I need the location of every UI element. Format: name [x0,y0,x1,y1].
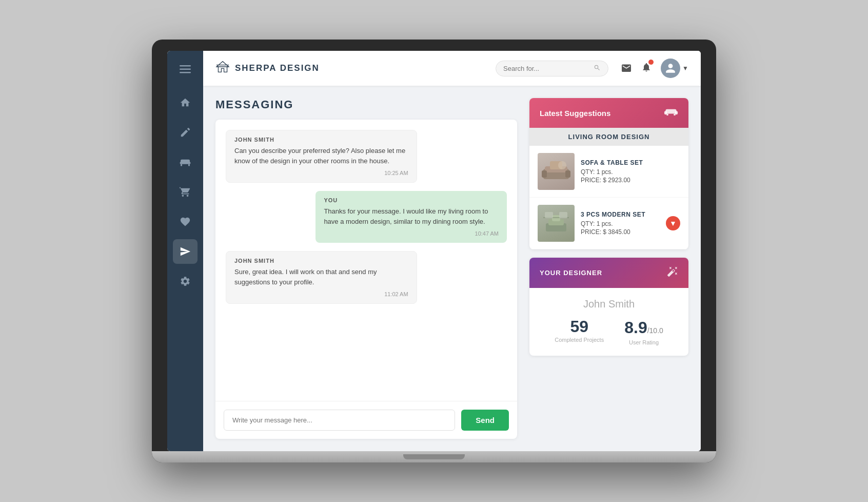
designer-stats: 59 Completed Projects 8.9/10.0 User Rati… [555,318,663,345]
suggestions-title: Latest Suggestions [540,109,610,118]
message-text-2: Thanks for your message. I would like my… [324,206,499,226]
message-time-2: 10:47 AM [324,230,499,237]
right-panel: Latest Suggestions [529,98,688,439]
designer-info: John Smith 59 Completed Projects 8.9/10.… [529,288,688,356]
svg-rect-4 [181,160,190,163]
app-header: SHERPA DESIGN [203,51,701,86]
stat-projects-number: 59 [570,318,588,335]
laptop-notch [403,454,465,459]
svg-rect-6 [188,164,190,166]
sidebar-item-settings[interactable] [173,269,198,294]
mail-button[interactable] [621,63,632,74]
message-bubble-3: JOHN SMITH Sure, great idea. I will work… [226,251,417,304]
laptop-base [152,451,716,462]
product-qty-1: QTY: 1 pcs. [581,168,680,176]
chat-input-area: Send [215,401,517,439]
product-price-1: PRICE: $ 2923.00 [581,177,680,184]
stat-rating-display: 8.9/10.0 [624,318,663,337]
message-text-1: Can you describe your preferred style? A… [234,146,408,166]
hamburger-menu-icon[interactable] [175,60,195,80]
logo-area: SHERPA DESIGN [215,61,496,76]
message-sender-2: YOU [324,197,499,203]
sidebar-item-cart[interactable] [173,180,198,204]
suggestions-header: Latest Suggestions [529,98,688,128]
svg-rect-26 [559,212,567,218]
expand-button-2[interactable]: ▼ [666,216,680,230]
message-input[interactable] [224,410,455,431]
product-info-1: SOFA & TABLE SET QTY: 1 pcs. PRICE: $ 29… [581,159,680,184]
sidebar [167,51,203,451]
svg-rect-10 [666,109,677,114]
message-bubble-2: YOU Thanks for your message. I would lik… [315,191,507,243]
search-icon [594,64,601,73]
sidebar-item-favorites[interactable] [173,209,198,234]
svg-rect-14 [674,113,676,115]
svg-rect-5 [181,164,182,166]
room-section-title: LIVING ROOM DESIGN [529,128,688,146]
sofa-icon [664,106,678,120]
header-actions: ▼ [621,59,688,78]
send-button[interactable]: Send [461,410,509,431]
stat-rating: 8.9/10.0 User Rating [624,318,663,345]
message-sender-1: JOHN SMITH [234,137,408,143]
messaging-area: MESSAGING JOHN SMITH Can you describe yo… [215,98,517,439]
message-time-1: 10:25 AM [234,170,408,176]
product-action-2: ▼ [666,216,680,230]
svg-rect-18 [565,170,570,178]
page-title: MESSAGING [215,98,517,111]
wand-icon [667,266,678,280]
designer-header: YOUR DESIGNER [529,258,688,288]
avatar [661,59,680,78]
chat-messages: JOHN SMITH Can you describe your preferr… [215,120,517,401]
svg-rect-1 [180,69,191,70]
product-name-1: SOFA & TABLE SET [581,159,680,166]
product-qty-2: QTY: 1 pcs. [581,220,660,227]
laptop-screen: SHERPA DESIGN [167,51,701,451]
suggestions-panel: Latest Suggestions [529,98,688,249]
message-time-3: 11:02 AM [234,291,408,297]
laptop-frame: SHERPA DESIGN [152,40,716,462]
svg-rect-17 [542,170,547,178]
main-content: SHERPA DESIGN [203,51,701,451]
logo-icon [215,61,230,76]
sidebar-item-home[interactable] [173,90,198,115]
product-name-2: 3 PCS MODERN SET [581,211,660,218]
svg-rect-13 [666,113,668,115]
sidebar-item-design[interactable] [173,120,198,145]
page-body: MESSAGING JOHN SMITH Can you describe yo… [203,86,701,451]
user-avatar-area[interactable]: ▼ [661,59,688,78]
message-sender-3: JOHN SMITH [234,258,408,264]
message-text-3: Sure, great idea. I will work on that an… [234,267,408,287]
stat-projects-label: Completed Projects [555,337,604,343]
app-layout: SHERPA DESIGN [167,51,701,451]
search-input[interactable] [503,65,589,72]
designer-name: John Smith [583,298,635,310]
svg-rect-0 [180,65,191,67]
notification-button[interactable] [641,62,652,75]
stat-rating-label: User Rating [629,339,659,345]
notification-badge [648,60,654,65]
product-image-1 [538,153,575,190]
product-image-2 [538,205,575,242]
stat-rating-max: /10.0 [647,326,663,335]
product-price-2: PRICE: $ 3845.00 [581,228,660,236]
chat-container: JOHN SMITH Can you describe your preferr… [215,120,517,439]
search-bar[interactable] [496,61,608,76]
app-name: SHERPA DESIGN [235,63,320,73]
stat-projects: 59 Completed Projects [555,318,604,343]
svg-point-20 [558,161,566,169]
avatar-dropdown-icon: ▼ [682,65,688,72]
designer-header-title: YOUR DESIGNER [540,269,602,277]
svg-rect-2 [180,72,191,73]
stat-rating-number: 8.9 [624,318,647,337]
product-item-2: 3 PCS MODERN SET QTY: 1 pcs. PRICE: $ 38… [529,198,688,249]
sidebar-item-messaging[interactable] [173,239,198,264]
sidebar-item-furniture[interactable] [173,150,198,175]
svg-rect-25 [545,212,553,218]
message-bubble-1: JOHN SMITH Can you describe your preferr… [226,130,417,183]
product-item-1: SOFA & TABLE SET QTY: 1 pcs. PRICE: $ 29… [529,146,688,198]
product-info-2: 3 PCS MODERN SET QTY: 1 pcs. PRICE: $ 38… [581,211,660,236]
designer-panel: YOUR DESIGNER John Smith [529,258,688,356]
